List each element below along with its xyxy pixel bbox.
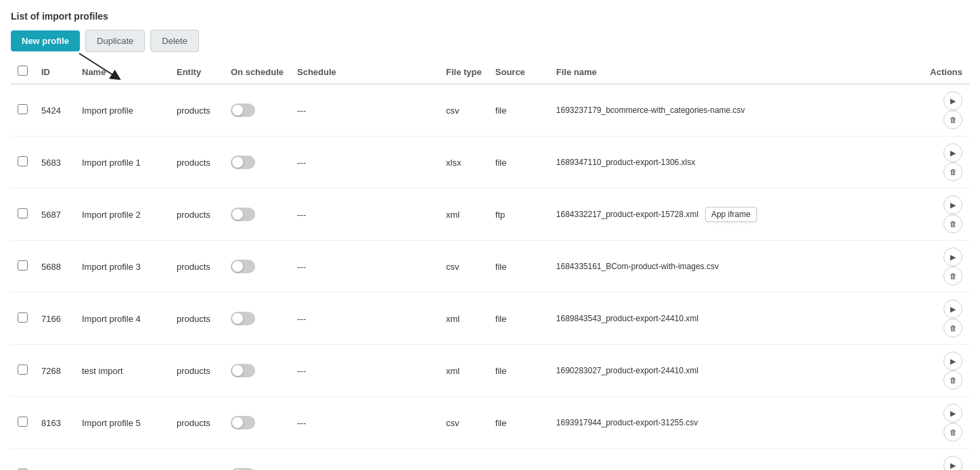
row-on-schedule[interactable]: [224, 189, 290, 241]
new-profile-button[interactable]: New profile: [11, 30, 80, 51]
toggle-track[interactable]: [231, 260, 255, 273]
row-source: file: [489, 241, 550, 293]
row-checkbox[interactable]: [18, 208, 28, 218]
row-filename: 1684335161_BCom-product-with-images.csv: [550, 241, 915, 293]
row-on-schedule[interactable]: [224, 345, 290, 397]
row-on-schedule[interactable]: [224, 397, 290, 449]
run-button[interactable]: ▶: [943, 143, 962, 162]
toggle-thumb: [232, 313, 243, 324]
duplicate-button[interactable]: Duplicate: [85, 30, 145, 52]
row-name: Import profile 2: [75, 189, 170, 241]
delete-row-button[interactable]: 🗑: [943, 110, 962, 129]
row-actions: ▶🗑: [915, 241, 969, 293]
delete-row-button[interactable]: 🗑: [943, 266, 962, 285]
row-id: 8165: [35, 449, 75, 471]
row-file-type: xlsx: [439, 137, 489, 189]
header-checkbox-col: [11, 60, 35, 84]
row-file-type: csv: [439, 84, 489, 137]
row-actions: ▶🗑: [915, 189, 969, 241]
row-actions: ▶🗑: [915, 137, 969, 189]
toggle-track[interactable]: [231, 156, 255, 169]
header-file-type: File type: [439, 60, 489, 84]
run-button[interactable]: ▶: [943, 352, 962, 371]
header-actions: Actions: [915, 60, 969, 84]
row-source: file: [489, 449, 550, 471]
delete-button[interactable]: Delete: [150, 30, 199, 52]
row-id: 8163: [35, 397, 75, 449]
row-on-schedule[interactable]: [224, 241, 290, 293]
row-schedule: ---: [290, 397, 439, 449]
row-checkbox[interactable]: [18, 417, 28, 427]
row-name: Import profile: [75, 84, 170, 137]
delete-row-button[interactable]: 🗑: [943, 214, 962, 233]
run-button[interactable]: ▶: [943, 91, 962, 110]
header-name: Name: [75, 60, 170, 84]
row-filename: 1690283027_product-export-24410.xml: [550, 345, 915, 397]
row-checkbox[interactable]: [18, 104, 28, 114]
row-source: ftp: [489, 189, 550, 241]
delete-row-button[interactable]: 🗑: [943, 162, 962, 181]
toggle-thumb: [232, 157, 243, 168]
row-entity: products: [170, 137, 224, 189]
delete-row-button[interactable]: 🗑: [943, 371, 962, 390]
row-source: file: [489, 345, 550, 397]
row-filename: 1693917944_product-export-31255.csv: [550, 397, 915, 449]
row-schedule: ---: [290, 189, 439, 241]
run-button[interactable]: ▶: [943, 404, 962, 423]
row-on-schedule[interactable]: [224, 84, 290, 137]
row-id: 5688: [35, 241, 75, 293]
row-name: test import: [75, 345, 170, 397]
import-profiles-table: ID Name Entity On schedule Schedule File…: [11, 60, 969, 470]
row-entity: products: [170, 397, 224, 449]
toggle-track[interactable]: [231, 103, 255, 117]
table-header-row: ID Name Entity On schedule Schedule File…: [11, 60, 969, 84]
table-row: 5688Import profile 3products---csvfile16…: [11, 241, 969, 293]
row-file-type: xml: [439, 189, 489, 241]
row-name: Import profile 5: [75, 397, 170, 449]
row-on-schedule[interactable]: [224, 449, 290, 471]
header-file-name: File name: [550, 60, 915, 84]
header-entity: Entity: [170, 60, 224, 84]
row-name: Import profile 6: [75, 449, 170, 471]
table-row: 5683Import profile 1products---xlsxfile1…: [11, 137, 969, 189]
row-entity: products: [170, 189, 224, 241]
row-checkbox[interactable]: [18, 260, 28, 271]
run-button[interactable]: ▶: [943, 248, 962, 266]
row-entity: products: [170, 241, 224, 293]
run-button[interactable]: ▶: [943, 456, 962, 470]
row-filename: 1684332217_product-export-15728.xmlApp i…: [550, 189, 915, 241]
table-row: 8165Import profile 6products---csvfile16…: [11, 449, 969, 471]
toggle-track[interactable]: [231, 312, 255, 325]
row-checkbox[interactable]: [18, 365, 28, 375]
row-checkbox[interactable]: [18, 312, 28, 323]
row-entity: products: [170, 345, 224, 397]
row-actions: ▶🗑: [915, 397, 969, 449]
table-row: 7166Import profile 4products---xmlfile16…: [11, 293, 969, 345]
toggle-track[interactable]: [231, 364, 255, 377]
toolbar: New profile Duplicate Delete: [11, 30, 969, 52]
row-checkbox[interactable]: [18, 156, 28, 166]
header-on-schedule: On schedule: [224, 60, 290, 84]
row-on-schedule[interactable]: [224, 293, 290, 345]
row-schedule: ---: [290, 345, 439, 397]
table-row: 7268test importproducts---xmlfile1690283…: [11, 345, 969, 397]
select-all-checkbox[interactable]: [18, 66, 28, 76]
toggle-track[interactable]: [231, 208, 255, 221]
run-button[interactable]: ▶: [943, 195, 962, 214]
toggle-thumb: [232, 365, 243, 376]
delete-row-button[interactable]: 🗑: [943, 423, 962, 442]
row-id: 5683: [35, 137, 75, 189]
toggle-thumb: [232, 105, 243, 116]
row-filename: 1693919262_product-export-31255.csv: [550, 449, 915, 471]
row-file-type: csv: [439, 449, 489, 471]
row-actions: ▶🗑: [915, 345, 969, 397]
row-name: Import profile 3: [75, 241, 170, 293]
row-on-schedule[interactable]: [224, 137, 290, 189]
row-entity: products: [170, 84, 224, 137]
toggle-track[interactable]: [231, 416, 255, 429]
row-actions: ▶🗑: [915, 84, 969, 137]
run-button[interactable]: ▶: [943, 300, 962, 319]
delete-row-button[interactable]: 🗑: [943, 319, 962, 337]
row-schedule: ---: [290, 293, 439, 345]
row-id: 5687: [35, 189, 75, 241]
